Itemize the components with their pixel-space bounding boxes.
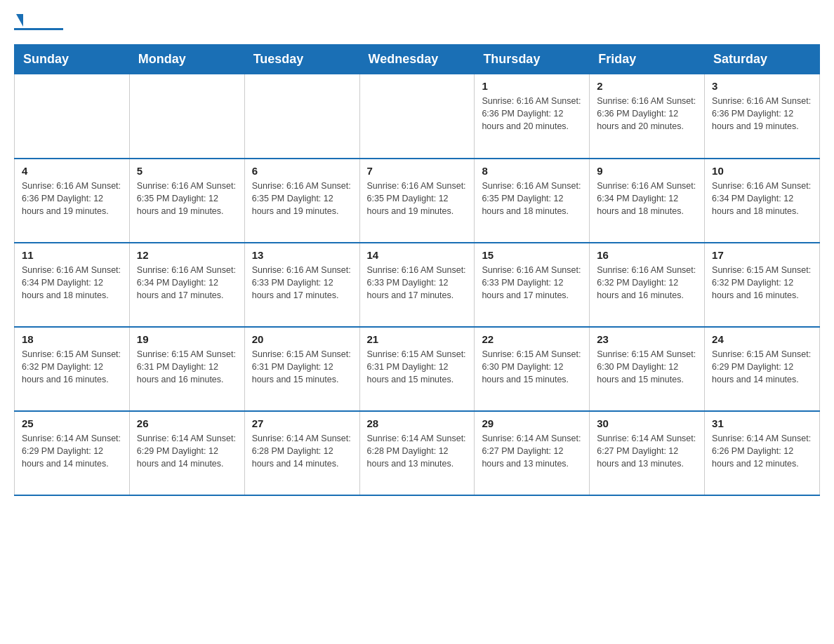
day-number: 5: [137, 165, 237, 177]
table-row: 6Sunrise: 6:16 AM Sunset: 6:35 PM Daylig…: [244, 159, 359, 243]
table-row: 24Sunrise: 6:15 AM Sunset: 6:29 PM Dayli…: [705, 327, 820, 411]
day-info: Sunrise: 6:14 AM Sunset: 6:27 PM Dayligh…: [482, 432, 582, 470]
day-info: Sunrise: 6:15 AM Sunset: 6:31 PM Dayligh…: [367, 348, 468, 386]
table-row: 8Sunrise: 6:16 AM Sunset: 6:35 PM Daylig…: [475, 159, 590, 243]
day-number: 14: [367, 249, 468, 261]
day-info: Sunrise: 6:14 AM Sunset: 6:29 PM Dayligh…: [22, 432, 122, 470]
calendar-week-row: 1Sunrise: 6:16 AM Sunset: 6:36 PM Daylig…: [15, 74, 820, 159]
logo-triangle-icon: [16, 14, 23, 27]
logo-divider: [14, 28, 63, 30]
day-number: 3: [712, 80, 812, 92]
day-number: 4: [22, 165, 122, 177]
table-row: 31Sunrise: 6:14 AM Sunset: 6:26 PM Dayli…: [705, 411, 820, 495]
col-monday: Monday: [129, 45, 244, 74]
day-number: 12: [137, 249, 237, 261]
table-row: 19Sunrise: 6:15 AM Sunset: 6:31 PM Dayli…: [129, 327, 244, 411]
day-info: Sunrise: 6:16 AM Sunset: 6:35 PM Dayligh…: [137, 180, 237, 217]
table-row: 5Sunrise: 6:16 AM Sunset: 6:35 PM Daylig…: [129, 159, 244, 243]
table-row: [244, 74, 359, 159]
table-row: 28Sunrise: 6:14 AM Sunset: 6:28 PM Dayli…: [359, 411, 475, 495]
col-thursday: Thursday: [475, 45, 590, 74]
day-info: Sunrise: 6:16 AM Sunset: 6:33 PM Dayligh…: [482, 264, 582, 302]
table-row: 11Sunrise: 6:16 AM Sunset: 6:34 PM Dayli…: [15, 243, 130, 327]
day-info: Sunrise: 6:14 AM Sunset: 6:27 PM Dayligh…: [597, 432, 697, 470]
day-number: 26: [137, 417, 237, 429]
table-row: 30Sunrise: 6:14 AM Sunset: 6:27 PM Dayli…: [590, 411, 705, 495]
col-friday: Friday: [590, 45, 705, 74]
day-info: Sunrise: 6:14 AM Sunset: 6:28 PM Dayligh…: [252, 432, 352, 470]
table-row: 1Sunrise: 6:16 AM Sunset: 6:36 PM Daylig…: [475, 74, 590, 159]
day-info: Sunrise: 6:16 AM Sunset: 6:33 PM Dayligh…: [367, 264, 468, 302]
day-number: 24: [712, 333, 812, 345]
day-number: 6: [252, 165, 352, 177]
table-row: 10Sunrise: 6:16 AM Sunset: 6:34 PM Dayli…: [705, 159, 820, 243]
day-number: 22: [482, 333, 582, 345]
day-number: 17: [712, 249, 812, 261]
day-number: 31: [712, 417, 812, 429]
logo: [14, 14, 63, 30]
day-info: Sunrise: 6:15 AM Sunset: 6:31 PM Dayligh…: [252, 348, 352, 386]
day-number: 2: [597, 80, 697, 92]
calendar-week-row: 4Sunrise: 6:16 AM Sunset: 6:36 PM Daylig…: [15, 159, 820, 243]
day-number: 16: [597, 249, 697, 261]
day-number: 10: [712, 165, 812, 177]
table-row: 3Sunrise: 6:16 AM Sunset: 6:36 PM Daylig…: [705, 74, 820, 159]
day-number: 11: [22, 249, 122, 261]
day-info: Sunrise: 6:16 AM Sunset: 6:34 PM Dayligh…: [712, 180, 812, 217]
table-row: 17Sunrise: 6:15 AM Sunset: 6:32 PM Dayli…: [705, 243, 820, 327]
table-row: [359, 74, 475, 159]
table-row: 20Sunrise: 6:15 AM Sunset: 6:31 PM Dayli…: [244, 327, 359, 411]
table-row: 13Sunrise: 6:16 AM Sunset: 6:33 PM Dayli…: [244, 243, 359, 327]
day-info: Sunrise: 6:16 AM Sunset: 6:36 PM Dayligh…: [482, 95, 582, 133]
calendar-table: Sunday Monday Tuesday Wednesday Thursday…: [14, 44, 820, 496]
day-info: Sunrise: 6:15 AM Sunset: 6:30 PM Dayligh…: [597, 348, 697, 386]
table-row: 21Sunrise: 6:15 AM Sunset: 6:31 PM Dayli…: [359, 327, 475, 411]
table-row: 25Sunrise: 6:14 AM Sunset: 6:29 PM Dayli…: [15, 411, 130, 495]
table-row: [15, 74, 130, 159]
table-row: 18Sunrise: 6:15 AM Sunset: 6:32 PM Dayli…: [15, 327, 130, 411]
day-number: 1: [482, 80, 582, 92]
day-info: Sunrise: 6:14 AM Sunset: 6:28 PM Dayligh…: [367, 432, 468, 470]
day-info: Sunrise: 6:16 AM Sunset: 6:36 PM Dayligh…: [597, 95, 697, 133]
table-row: 26Sunrise: 6:14 AM Sunset: 6:29 PM Dayli…: [129, 411, 244, 495]
day-number: 15: [482, 249, 582, 261]
day-number: 21: [367, 333, 468, 345]
col-sunday: Sunday: [15, 45, 130, 74]
day-info: Sunrise: 6:16 AM Sunset: 6:34 PM Dayligh…: [597, 180, 697, 217]
day-info: Sunrise: 6:15 AM Sunset: 6:32 PM Dayligh…: [712, 264, 812, 302]
day-number: 27: [252, 417, 352, 429]
day-info: Sunrise: 6:15 AM Sunset: 6:31 PM Dayligh…: [137, 348, 237, 386]
table-row: 29Sunrise: 6:14 AM Sunset: 6:27 PM Dayli…: [475, 411, 590, 495]
day-info: Sunrise: 6:16 AM Sunset: 6:32 PM Dayligh…: [597, 264, 697, 302]
day-info: Sunrise: 6:16 AM Sunset: 6:36 PM Dayligh…: [22, 180, 122, 217]
day-info: Sunrise: 6:14 AM Sunset: 6:26 PM Dayligh…: [712, 432, 812, 470]
table-row: 27Sunrise: 6:14 AM Sunset: 6:28 PM Dayli…: [244, 411, 359, 495]
col-tuesday: Tuesday: [244, 45, 359, 74]
day-info: Sunrise: 6:16 AM Sunset: 6:35 PM Dayligh…: [367, 180, 468, 217]
day-number: 23: [597, 333, 697, 345]
day-number: 29: [482, 417, 582, 429]
day-info: Sunrise: 6:16 AM Sunset: 6:34 PM Dayligh…: [137, 264, 237, 302]
calendar-week-row: 18Sunrise: 6:15 AM Sunset: 6:32 PM Dayli…: [15, 327, 820, 411]
col-saturday: Saturday: [705, 45, 820, 74]
day-info: Sunrise: 6:14 AM Sunset: 6:29 PM Dayligh…: [137, 432, 237, 470]
day-number: 20: [252, 333, 352, 345]
day-number: 13: [252, 249, 352, 261]
day-info: Sunrise: 6:15 AM Sunset: 6:32 PM Dayligh…: [22, 348, 122, 386]
day-info: Sunrise: 6:16 AM Sunset: 6:33 PM Dayligh…: [252, 264, 352, 302]
day-number: 7: [367, 165, 468, 177]
day-number: 25: [22, 417, 122, 429]
table-row: 15Sunrise: 6:16 AM Sunset: 6:33 PM Dayli…: [475, 243, 590, 327]
table-row: 12Sunrise: 6:16 AM Sunset: 6:34 PM Dayli…: [129, 243, 244, 327]
table-row: 9Sunrise: 6:16 AM Sunset: 6:34 PM Daylig…: [590, 159, 705, 243]
day-info: Sunrise: 6:15 AM Sunset: 6:29 PM Dayligh…: [712, 348, 812, 386]
table-row: 14Sunrise: 6:16 AM Sunset: 6:33 PM Dayli…: [359, 243, 475, 327]
day-number: 19: [137, 333, 237, 345]
page-header: [14, 14, 820, 30]
day-info: Sunrise: 6:16 AM Sunset: 6:36 PM Dayligh…: [712, 95, 812, 133]
table-row: 16Sunrise: 6:16 AM Sunset: 6:32 PM Dayli…: [590, 243, 705, 327]
table-row: 23Sunrise: 6:15 AM Sunset: 6:30 PM Dayli…: [590, 327, 705, 411]
calendar-header-row: Sunday Monday Tuesday Wednesday Thursday…: [15, 45, 820, 74]
day-number: 18: [22, 333, 122, 345]
calendar-week-row: 25Sunrise: 6:14 AM Sunset: 6:29 PM Dayli…: [15, 411, 820, 495]
